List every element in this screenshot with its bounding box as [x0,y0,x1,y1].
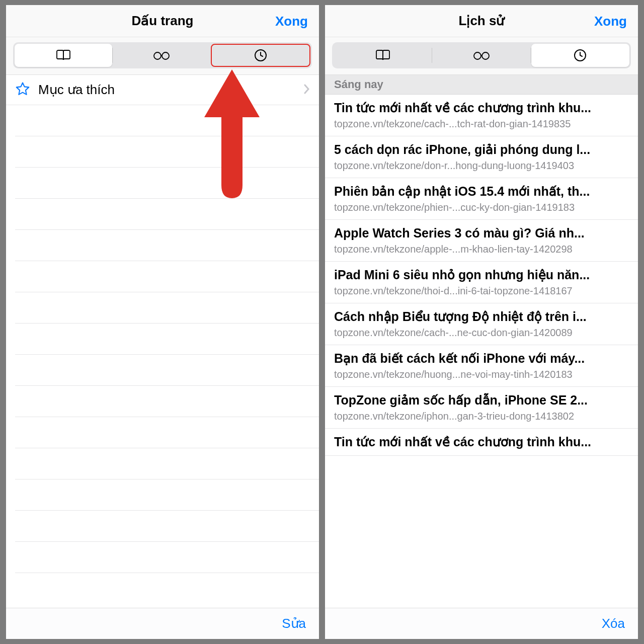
tab-bookmarks[interactable] [15,44,112,67]
history-row[interactable]: 5 cách dọn rác iPhone, giải phóng dung l… [325,136,638,178]
right-bottombar: Xóa [325,608,638,639]
empty-row [15,479,319,511]
page-title: Dấu trang [132,13,194,29]
tab-history[interactable] [531,44,629,67]
empty-row [15,386,319,417]
history-url: topzone.vn/tekzone/apple-...m-khao-lien-… [334,244,629,255]
history-row[interactable]: Cách nhập Biểu tượng Độ nhiệt độ trên i.… [325,303,638,345]
history-row[interactable]: Apple Watch Series 3 có màu gì? Giá nh..… [325,220,638,262]
history-row[interactable]: Tin tức mới nhất về các chương trình khu… [325,95,638,136]
tab-reading-list[interactable] [113,44,210,67]
empty-row [15,417,319,448]
history-row[interactable]: iPad Mini 6 siêu nhỏ gọn nhưng hiệu năn.… [325,262,638,303]
history-section-header: Sáng nay [325,75,638,95]
left-screen-bookmarks: Dấu trang Xong [6,5,319,639]
history-title: Tin tức mới nhất về các chương trình khu… [334,101,629,115]
empty-row [15,199,319,230]
history-title: Cách nhập Biểu tượng Độ nhiệt độ trên i.… [334,309,629,324]
left-header: Dấu trang Xong [6,5,319,37]
empty-row [15,448,319,479]
history-url: topzone.vn/tekzone/phien-...cuc-ky-don-g… [334,202,629,213]
tab-bookmarks[interactable] [334,44,432,67]
history-title: Apple Watch Series 3 có màu gì? Giá nh..… [334,226,629,240]
tab-reading-list[interactable] [432,44,530,67]
history-row[interactable]: Phiên bản cập nhật iOS 15.4 mới nhất, th… [325,178,638,220]
history-url: topzone.vn/tekzone/cach-...tch-rat-don-g… [334,118,629,130]
tab-history[interactable] [211,44,310,67]
segmented-wrapper [325,37,638,75]
empty-row [15,355,319,386]
history-title: Phiên bản cập nhật iOS 15.4 mới nhất, th… [334,184,629,199]
right-content: Sáng nay Tin tức mới nhất về các chương … [325,75,638,608]
history-row[interactable]: Tin tức mới nhất về các chương trình khu… [325,429,638,456]
history-url: topzone.vn/tekzone/thoi-d...ini-6-tai-to… [334,285,629,297]
history-url: topzone.vn/tekzone/don-r...hong-dung-luo… [334,160,629,172]
book-icon [55,49,71,61]
right-header: Lịch sử Xong [325,5,638,37]
history-url: topzone.vn/tekzone/huong...ne-voi-may-ti… [334,369,629,380]
svg-point-4 [482,52,489,59]
empty-row [15,168,319,199]
done-button[interactable]: Xong [275,13,308,29]
segmented-wrapper [6,37,319,75]
glasses-icon [151,50,172,60]
history-url: topzone.vn/tekzone/iphon...gan-3-trieu-d… [334,411,629,422]
history-title: Tin tức mới nhất về các chương trình khu… [334,435,629,449]
book-icon [375,49,391,61]
edit-button[interactable]: Sửa [282,616,306,631]
empty-row [15,136,319,168]
favorites-row[interactable]: Mục ưa thích [6,75,319,105]
history-row[interactable]: Bạn đã biết cách kết nối iPhone với máy.… [325,345,638,387]
empty-row [15,105,319,136]
history-url: topzone.vn/tekzone/cach-...ne-cuc-don-gi… [334,327,629,339]
clock-icon [254,49,267,62]
right-screen-history: Lịch sử Xong [325,5,638,639]
chevron-right-icon [304,84,310,96]
history-title: TopZone giảm sốc hấp dẫn, iPhone SE 2... [334,393,629,408]
svg-point-3 [474,52,481,59]
done-button[interactable]: Xong [594,13,627,29]
empty-row [15,542,319,573]
favorites-label: Mục ưa thích [38,82,296,98]
left-bottombar: Sửa [6,608,319,639]
empty-row [15,511,319,542]
svg-point-0 [154,52,161,59]
empty-row [15,261,319,292]
history-title: 5 cách dọn rác iPhone, giải phóng dung l… [334,142,629,157]
svg-point-1 [162,52,169,59]
left-content: Mục ưa thích [6,75,319,608]
glasses-icon [471,50,492,60]
empty-row [15,230,319,261]
history-row[interactable]: TopZone giảm sốc hấp dẫn, iPhone SE 2...… [325,387,638,429]
history-title: Bạn đã biết cách kết nối iPhone với máy.… [334,351,629,366]
star-icon [15,82,30,99]
clear-button[interactable]: Xóa [602,616,625,631]
segmented-control [332,42,631,68]
history-title: iPad Mini 6 siêu nhỏ gọn nhưng hiệu năn.… [334,268,629,282]
empty-row [15,292,319,324]
clock-icon [574,49,587,62]
empty-row [15,324,319,355]
page-title: Lịch sử [459,13,505,29]
segmented-control [13,42,312,68]
